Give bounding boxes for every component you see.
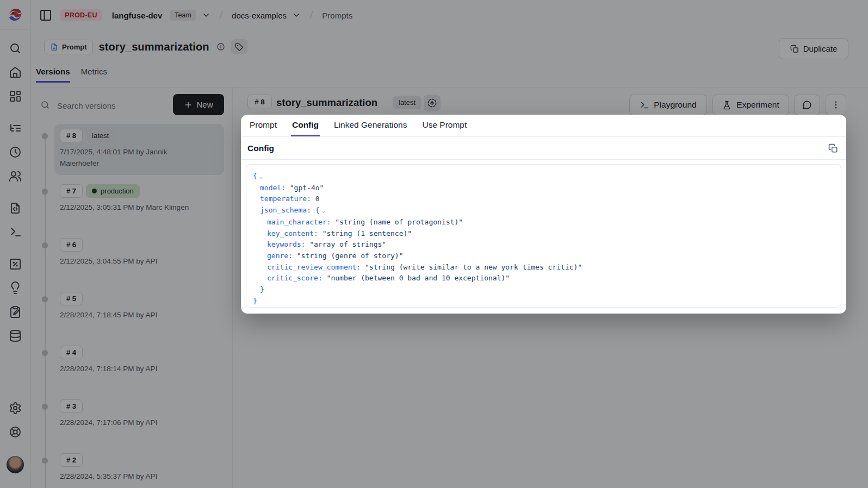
- json-close-brace: }: [253, 297, 257, 305]
- card-tab-use-prompt[interactable]: Use Prompt: [421, 115, 468, 136]
- copy-config-icon[interactable]: [828, 143, 838, 153]
- json-line: genre: "string (genre of story)": [253, 251, 834, 262]
- json-close-brace: }: [260, 285, 264, 293]
- json-open-brace: {: [315, 206, 320, 214]
- json-line: model: "gpt-4o": [253, 183, 834, 194]
- config-heading: Config: [247, 143, 274, 153]
- config-json-viewer: {⌄model: "gpt-4o"temperature: 0json_sche…: [246, 164, 841, 308]
- json-key: json_schema:: [260, 206, 315, 214]
- json-value: "number (between 0 bad and 10 exceptiona…: [327, 274, 510, 282]
- card-tab-prompt[interactable]: Prompt: [249, 115, 278, 136]
- json-line: keywords: "array of strings": [253, 239, 834, 251]
- card-tab-config[interactable]: Config: [291, 115, 320, 136]
- json-line: key_content: "string (1 sentence)": [253, 228, 834, 240]
- json-key: critic_score:: [267, 274, 327, 282]
- json-value: "gpt-4o": [290, 184, 324, 192]
- collapse-chevron-icon[interactable]: ⌄: [259, 173, 263, 180]
- json-key: model:: [260, 184, 290, 192]
- json-key: keywords:: [267, 240, 309, 248]
- json-value: "string (1 sentence)": [323, 229, 412, 237]
- json-line: temperature: 0: [253, 193, 834, 205]
- json-key: critic_review_comment:: [267, 263, 365, 271]
- card-tab-linked-generations[interactable]: Linked Generations: [333, 115, 408, 136]
- json-line: critic_score: "number (between 0 bad and…: [253, 273, 834, 284]
- json-line: }: [253, 296, 834, 307]
- config-card-tabs: PromptConfigLinked GenerationsUse Prompt: [241, 115, 846, 137]
- json-line: critic_review_comment: "string (write si…: [253, 262, 834, 273]
- json-value: "string (name of protagonist)": [335, 218, 463, 226]
- collapse-chevron-icon[interactable]: ⌄: [322, 207, 326, 214]
- json-value: "string (genre of story)": [297, 252, 404, 260]
- json-value: 0: [315, 195, 320, 203]
- app-root: { "topbar": { "env_badge": "PROD-EU", "o…: [0, 0, 868, 488]
- json-key: key_content:: [267, 229, 323, 237]
- json-line: json_schema: {⌄: [253, 205, 834, 217]
- json-value: "string (write similar to a new york tim…: [365, 263, 582, 271]
- config-card: PromptConfigLinked GenerationsUse Prompt…: [241, 115, 846, 314]
- config-heading-row: Config: [241, 137, 846, 160]
- json-line: }: [253, 284, 834, 296]
- json-line: main_character: "string (name of protago…: [253, 217, 834, 228]
- json-open-brace: {: [253, 172, 257, 180]
- json-line: {⌄: [253, 171, 834, 183]
- json-value: "array of strings": [309, 240, 386, 248]
- json-key: main_character:: [267, 218, 335, 226]
- json-key: temperature:: [260, 195, 315, 203]
- json-key: genre:: [267, 252, 297, 260]
